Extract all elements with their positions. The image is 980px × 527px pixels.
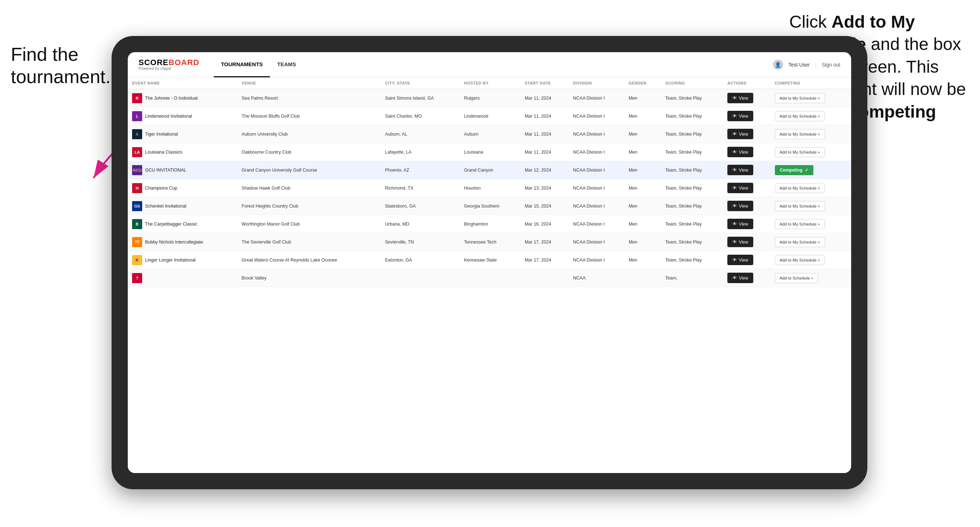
table-row: K Linger Longer Invitational Great Water… xyxy=(128,251,851,269)
scoring-cell: Team, Stroke Play xyxy=(661,233,723,251)
table-row: L Lindenwood Invitational The Missouri B… xyxy=(128,107,851,125)
date-cell: Mar 12, 2024 xyxy=(520,161,569,179)
team-logo: A xyxy=(132,129,142,139)
view-button[interactable]: 👁 View xyxy=(727,165,753,175)
add-to-schedule-button[interactable]: Add to My Schedule + xyxy=(775,129,825,139)
view-button[interactable]: 👁 View xyxy=(727,183,753,193)
add-to-schedule-button[interactable]: Add to My Schedule + xyxy=(775,147,825,157)
competing-cell: Add to My Schedule + xyxy=(770,233,851,251)
tab-tournaments[interactable]: TOURNAMENTS xyxy=(214,52,270,77)
venue-cell: Great Waters Course At Reynolds Lake Oco… xyxy=(237,251,380,269)
actions-cell: 👁 View xyxy=(723,197,770,215)
team-logo: TT xyxy=(132,237,142,247)
hosted-cell: Binghamton xyxy=(460,215,520,233)
add-schedule-label: Add to My Schedule + xyxy=(780,240,820,244)
date-cell xyxy=(520,269,569,287)
col-scoring: SCORING xyxy=(661,77,723,89)
add-to-schedule-button[interactable]: Add to Schedule + xyxy=(775,273,818,283)
venue-cell: Auburn University Club xyxy=(237,125,380,143)
venue-cell: Shadow Hawk Golf Club xyxy=(237,179,380,197)
venue-cell: Forest Heights Country Club xyxy=(237,197,380,215)
table-row: R The Johnnie - O Individual Sea Palms R… xyxy=(128,89,851,107)
actions-cell: 👁 View xyxy=(723,125,770,143)
hosted-cell: Kennesaw State xyxy=(460,251,520,269)
date-cell: Mar 11, 2024 xyxy=(520,89,569,107)
view-label: View xyxy=(739,257,748,263)
view-button[interactable]: 👁 View xyxy=(727,201,753,211)
competing-cell: Add to My Schedule + xyxy=(770,143,851,161)
event-name-cell: A Tiger Invitational xyxy=(128,125,237,143)
hosted-cell: Louisiana xyxy=(460,143,520,161)
view-label: View xyxy=(739,203,748,209)
competing-cell: Add to My Schedule + xyxy=(770,89,851,107)
eye-icon: 👁 xyxy=(732,257,737,263)
gender-cell: Men xyxy=(624,161,661,179)
add-schedule-label: Add to My Schedule + xyxy=(780,132,820,137)
actions-cell: 👁 View xyxy=(723,215,770,233)
view-label: View xyxy=(739,132,748,137)
venue-cell: Grand Canyon University Golf Course xyxy=(237,161,380,179)
division-cell: NCAA Division I xyxy=(569,107,624,125)
add-to-schedule-button[interactable]: Add to My Schedule + xyxy=(775,201,825,211)
signout-link[interactable]: Sign out xyxy=(822,62,840,68)
view-label: View xyxy=(739,150,748,155)
view-button[interactable]: 👁 View xyxy=(727,273,753,283)
view-button[interactable]: 👁 View xyxy=(727,147,753,157)
col-division: DIVISION xyxy=(569,77,624,89)
nav-tabs: TOURNAMENTS TEAMS xyxy=(214,52,773,77)
hosted-cell: Tennessee Tech xyxy=(460,233,520,251)
table-row: TT Bobby Nichols Intercollegiate The Sev… xyxy=(128,233,851,251)
scoring-cell: Team, Stroke Play xyxy=(661,143,723,161)
view-button[interactable]: 👁 View xyxy=(727,255,753,265)
gender-cell: Men xyxy=(624,143,661,161)
city-cell: Richmond, TX xyxy=(381,179,460,197)
view-button[interactable]: 👁 View xyxy=(727,237,753,247)
view-label: View xyxy=(739,168,748,173)
actions-cell: 👁 View xyxy=(723,89,770,107)
col-hosted-by: HOSTED BY xyxy=(460,77,520,89)
add-to-schedule-button[interactable]: Add to My Schedule + xyxy=(775,237,825,247)
hosted-cell: Houston xyxy=(460,179,520,197)
gender-cell: Men xyxy=(624,233,661,251)
city-cell: Statesboro, GA xyxy=(381,197,460,215)
venue-cell: Oakbourne Country Club xyxy=(237,143,380,161)
view-button[interactable]: 👁 View xyxy=(727,219,753,229)
add-to-schedule-button[interactable]: Add to My Schedule + xyxy=(775,255,825,265)
city-cell xyxy=(381,269,460,287)
event-name: Linger Longer Invitational xyxy=(145,257,196,263)
table-row: H Champions Cup Shadow Hawk Golf ClubRic… xyxy=(128,179,851,197)
competing-label: Competing xyxy=(780,168,803,173)
hosted-cell: Rutgers xyxy=(460,89,520,107)
view-button[interactable]: 👁 View xyxy=(727,129,753,139)
competing-cell: Add to My Schedule + xyxy=(770,107,851,125)
eye-icon: 👁 xyxy=(732,167,737,173)
logo-area: SCOREBOARD Powered by clippd xyxy=(138,59,199,70)
table-container: EVENT NAME VENUE CITY, STATE HOSTED BY S… xyxy=(128,77,851,473)
event-name: The Johnnie - O Individual xyxy=(145,96,197,101)
competing-button[interactable]: Competing ✓ xyxy=(775,165,813,175)
event-name-cell: R The Johnnie - O Individual xyxy=(128,89,237,107)
view-button[interactable]: 👁 View xyxy=(727,93,753,103)
event-name: The Carpetbagger Classic xyxy=(145,222,197,227)
add-to-schedule-button[interactable]: Add to My Schedule + xyxy=(775,111,825,121)
event-name: GCU INVITATIONAL xyxy=(145,168,186,173)
add-schedule-label: Add to My Schedule + xyxy=(780,258,820,262)
event-name: Lindenwood Invitational xyxy=(145,114,192,119)
scoring-cell: Team, xyxy=(661,269,723,287)
division-cell: NCAA Division I xyxy=(569,89,624,107)
add-to-schedule-button[interactable]: Add to My Schedule + xyxy=(775,93,825,103)
add-to-schedule-button[interactable]: Add to My Schedule + xyxy=(775,219,825,229)
add-schedule-label: Add to My Schedule + xyxy=(780,150,820,154)
logo-text: SCOREBOARD xyxy=(138,59,199,67)
add-to-schedule-button[interactable]: Add to My Schedule + xyxy=(775,183,825,193)
venue-cell: The Missouri Bluffs Golf Club xyxy=(237,107,380,125)
view-button[interactable]: 👁 View xyxy=(727,111,753,121)
table-header-row: EVENT NAME VENUE CITY, STATE HOSTED BY S… xyxy=(128,77,851,89)
event-name-cell: GCU GCU INVITATIONAL xyxy=(128,161,237,179)
division-cell: NCAA Division I xyxy=(569,161,624,179)
date-cell: Mar 15, 2024 xyxy=(520,197,569,215)
gender-cell: Men xyxy=(624,251,661,269)
tab-teams[interactable]: TEAMS xyxy=(270,52,303,77)
hosted-cell: Georgia Southern xyxy=(460,197,520,215)
city-cell: Auburn, AL xyxy=(381,125,460,143)
